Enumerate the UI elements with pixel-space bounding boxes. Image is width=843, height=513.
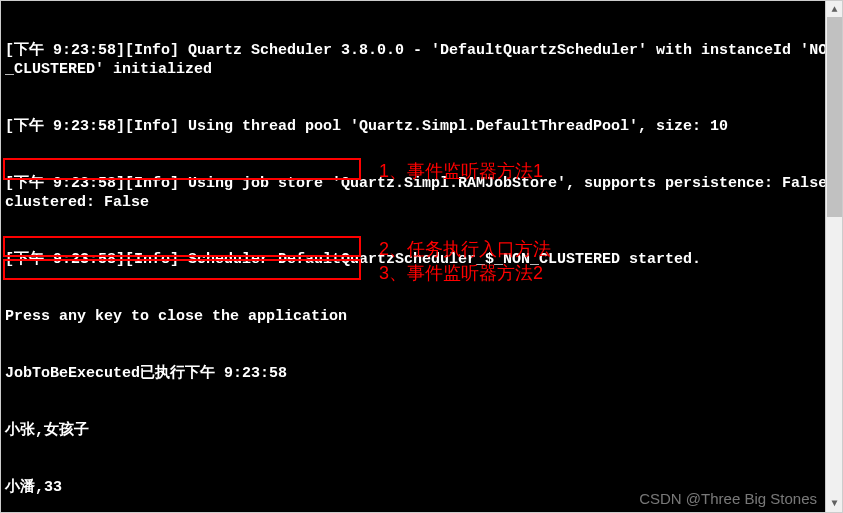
- log-line: [下午 9:23:58][Info] Using job store 'Quar…: [5, 174, 838, 212]
- log-line: [下午 9:23:58][Info] Using thread pool 'Qu…: [5, 117, 838, 136]
- log-line: [下午 9:23:58][Info] Quartz Scheduler 3.8.…: [5, 41, 838, 79]
- console-output: [下午 9:23:58][Info] Quartz Scheduler 3.8.…: [1, 1, 842, 513]
- log-line: JobToBeExecuted已执行下午 9:23:58: [5, 364, 838, 383]
- log-line: 小张,女孩子: [5, 421, 838, 440]
- watermark: CSDN @Three Big Stones: [639, 490, 817, 507]
- log-line: Press any key to close the application: [5, 307, 838, 326]
- vertical-scrollbar[interactable]: ▲ ▼: [825, 1, 842, 512]
- log-line: [下午 9:23:58][Info] Scheduler DefaultQuar…: [5, 250, 838, 269]
- scroll-down-arrow-icon[interactable]: ▼: [826, 495, 843, 512]
- scroll-up-arrow-icon[interactable]: ▲: [826, 1, 843, 18]
- scrollbar-thumb[interactable]: [827, 17, 842, 217]
